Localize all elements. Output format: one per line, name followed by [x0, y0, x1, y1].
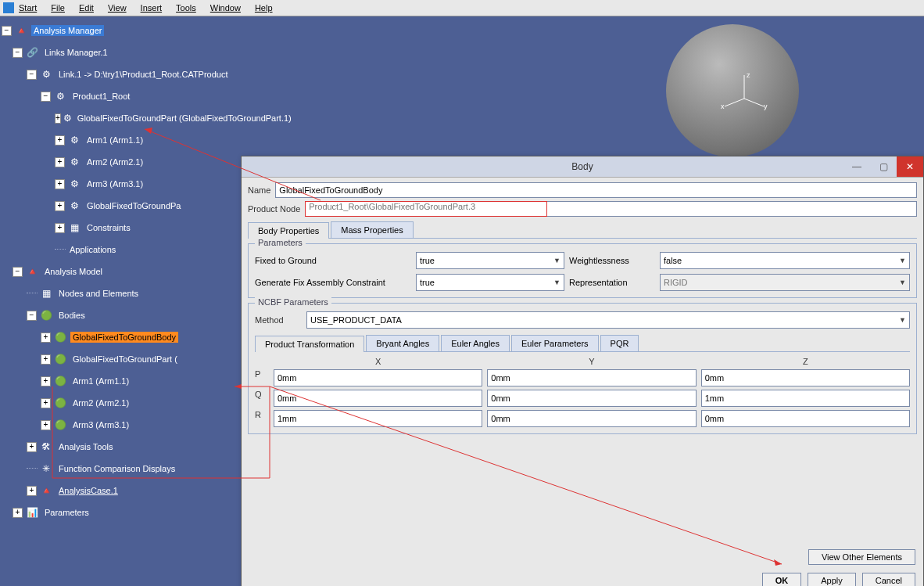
input-rz[interactable]: 0mm: [701, 410, 910, 427]
tree-label: Arm2 (Arm2.1): [84, 156, 145, 167]
expand-icon[interactable]: +: [13, 508, 23, 518]
view-other-elements-button[interactable]: View Other Elements: [808, 549, 915, 565]
representation-label: Representation: [569, 278, 655, 287]
tree-gfg-part[interactable]: +⚙GlobalFixedToGroundPart (GlobalFixedTo…: [2, 107, 244, 129]
collapse-icon[interactable]: −: [13, 48, 23, 58]
chevron-down-icon: ▼: [553, 279, 560, 286]
dialog-titlebar[interactable]: Body — ▢ ✕: [242, 156, 923, 178]
expand-icon[interactable]: +: [55, 113, 61, 124]
cancel-button[interactable]: Cancel: [862, 573, 915, 586]
input-ry[interactable]: 0mm: [487, 410, 696, 427]
expand-icon[interactable]: +: [27, 486, 37, 496]
expand-icon[interactable]: +: [55, 179, 65, 189]
expand-icon[interactable]: +: [41, 354, 51, 365]
expand-icon[interactable]: +: [55, 223, 65, 233]
tree-parameters[interactable]: +📊Parameters: [2, 502, 244, 523]
tree-analysis-tools[interactable]: +🛠Analysis Tools: [2, 436, 244, 458]
tab-euler-parameters[interactable]: Euler Parameters: [511, 335, 599, 351]
menu-edit[interactable]: Edit: [79, 3, 94, 13]
expand-icon[interactable]: +: [41, 398, 51, 408]
expand-icon[interactable]: +: [41, 333, 51, 343]
tree-product-root[interactable]: −⚙Product1_Root: [2, 85, 244, 107]
collapse-icon[interactable]: −: [2, 26, 12, 36]
collapse-icon[interactable]: −: [27, 311, 37, 321]
input-qx[interactable]: 0mm: [274, 390, 482, 407]
tree-func-comp[interactable]: ✳Function Comparison Displays: [2, 458, 244, 480]
tree-label: Links Manager.1: [42, 47, 110, 58]
tree-nodes-elements[interactable]: ▦Nodes and Elements: [2, 282, 244, 304]
tree-analysis-model[interactable]: −🔺Analysis Model: [2, 261, 244, 282]
menu-view[interactable]: View: [108, 3, 127, 13]
ok-button[interactable]: OK: [762, 573, 802, 586]
tree-constraints[interactable]: +▦Constraints: [2, 217, 244, 239]
tree-body-arm3[interactable]: +🟢Arm3 (Arm3.1): [2, 414, 244, 436]
tree-arm3[interactable]: +⚙Arm3 (Arm3.1): [2, 173, 244, 195]
input-rx[interactable]: 1mm: [274, 410, 482, 427]
select-value: RIGID: [664, 278, 688, 287]
expand-icon[interactable]: +: [27, 442, 37, 452]
fixed-to-ground-select[interactable]: true▼: [416, 252, 564, 269]
tree-line: [55, 249, 66, 250]
menu-help[interactable]: Help: [255, 3, 273, 13]
tree-label: Constraints: [84, 222, 133, 233]
tree-body-gfgpart[interactable]: +🟢GlobalFixedToGroundPart (: [2, 348, 244, 370]
tree-body-gfgbody[interactable]: +🟢GlobalFixedToGroundBody: [2, 326, 244, 348]
close-button[interactable]: ✕: [897, 156, 923, 177]
spec-tree[interactable]: −🔺Analysis Manager −🔗Links Manager.1 −⚙L…: [0, 16, 244, 523]
tab-bryant-angles[interactable]: Bryant Angles: [366, 335, 439, 351]
collapse-icon[interactable]: −: [27, 70, 37, 80]
input-pz[interactable]: 0mm: [701, 369, 910, 386]
name-input[interactable]: [275, 182, 917, 198]
input-qy[interactable]: 0mm: [487, 390, 696, 407]
tree-bodies[interactable]: −🟢Bodies: [2, 304, 244, 326]
method-select[interactable]: USE_PRODUCT_DATA▼: [306, 311, 910, 329]
tree-label: Arm3 (Arm3.1): [84, 178, 145, 189]
tree-label: Arm3 (Arm3.1): [70, 419, 131, 430]
expand-icon[interactable]: +: [41, 376, 51, 386]
part-icon: ⚙: [63, 111, 72, 125]
tab-body-properties[interactable]: Body Properties: [248, 222, 329, 239]
pqr-grid: XYZ P0mm0mm0mm Q0mm0mm1mm R1mm0mm0mm: [255, 357, 910, 427]
menu-window[interactable]: Window: [210, 3, 241, 13]
tree-analysis-case[interactable]: +🔺AnalysisCase.1: [2, 480, 244, 502]
tree-body-arm1[interactable]: +🟢Arm1 (Arm1.1): [2, 370, 244, 392]
weightlessness-label: Weightlessness: [569, 256, 655, 265]
collapse-icon[interactable]: −: [13, 267, 23, 277]
expand-icon[interactable]: +: [55, 135, 65, 146]
gen-fix-select[interactable]: true▼: [416, 274, 564, 291]
input-px[interactable]: 0mm: [274, 369, 482, 386]
weightlessness-select[interactable]: false▼: [660, 252, 910, 269]
product-node-value: Product1_Root\GlobalFixedToGroundPart.3: [305, 201, 547, 217]
product-node-label: Product Node: [248, 204, 300, 214]
tree-gfg-part2[interactable]: +⚙GlobalFixedToGroundPa: [2, 195, 244, 217]
tree-links-manager[interactable]: −🔗Links Manager.1: [2, 41, 244, 63]
menu-file[interactable]: File: [51, 3, 65, 13]
select-value: USE_PRODUCT_DATA: [310, 315, 402, 325]
tree-label: Link.1 -> D:\try1\Product1_Root.CATProdu…: [56, 69, 231, 80]
tab-pqr[interactable]: PQR: [600, 335, 639, 351]
expand-icon[interactable]: +: [55, 201, 65, 211]
maximize-button[interactable]: ▢: [870, 156, 897, 177]
tree-applications[interactable]: Applications: [2, 239, 244, 261]
apply-button[interactable]: Apply: [808, 573, 856, 586]
tab-mass-properties[interactable]: Mass Properties: [331, 221, 413, 238]
col-z: Z: [701, 357, 910, 366]
expand-icon[interactable]: +: [41, 420, 51, 430]
body-icon: 🟢: [53, 396, 67, 410]
collapse-icon[interactable]: −: [41, 92, 51, 102]
minimize-button[interactable]: —: [843, 156, 870, 177]
tree-body-arm2[interactable]: +🟢Arm2 (Arm2.1): [2, 392, 244, 414]
menu-start[interactable]: Start: [19, 3, 37, 13]
tree-analysis-manager[interactable]: −🔺Analysis Manager: [2, 20, 244, 41]
tab-product-transformation[interactable]: Product Transformation: [255, 336, 364, 352]
chevron-down-icon: ▼: [899, 257, 906, 264]
input-py[interactable]: 0mm: [487, 369, 696, 386]
tree-arm2[interactable]: +⚙Arm2 (Arm2.1): [2, 151, 244, 173]
expand-icon[interactable]: +: [55, 157, 65, 167]
tab-euler-angles[interactable]: Euler Angles: [441, 335, 510, 351]
tree-link1[interactable]: −⚙Link.1 -> D:\try1\Product1_Root.CATPro…: [2, 63, 244, 85]
menu-tools[interactable]: Tools: [176, 3, 196, 13]
input-qz[interactable]: 1mm: [701, 390, 910, 407]
tree-arm1[interactable]: +⚙Arm1 (Arm1.1): [2, 129, 244, 151]
menu-insert[interactable]: Insert: [141, 3, 163, 13]
